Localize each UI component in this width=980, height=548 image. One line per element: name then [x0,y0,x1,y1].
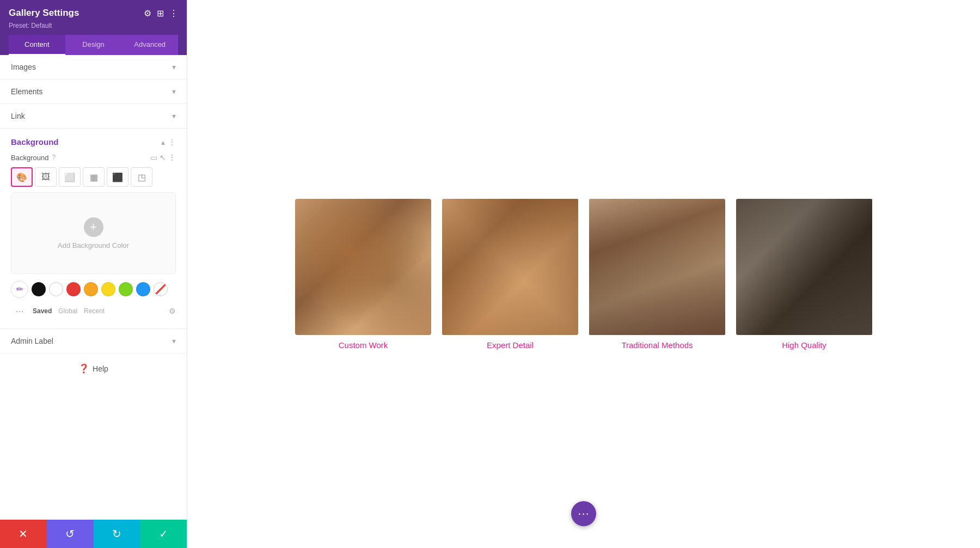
gallery-label-traditional-methods: Traditional Methods [621,340,693,350]
add-color-icon: + [84,217,103,237]
eyedropper-icon: ✏ [16,284,23,294]
cancel-button[interactable]: ✕ [0,520,47,548]
video-icon: ⬛ [112,172,123,182]
link-label: Link [11,112,25,120]
image-icon: 🖼 [41,172,50,182]
color-fill-icon: 🎨 [16,172,27,182]
bg-type-buttons: 🎨 🖼 ⬜ ▦ ⬛ ◳ [11,167,176,187]
link-section[interactable]: Link ▾ [0,104,187,129]
redo-icon: ↻ [112,527,121,540]
preset-row: Preset: Default [9,22,178,29]
swatch-transparent[interactable] [154,282,168,296]
elements-section[interactable]: Elements ▾ [0,80,187,104]
background-section-controls: ▴ ⋮ [161,138,176,147]
swatch-blue[interactable] [136,282,150,296]
background-collapse-icon[interactable]: ▴ [161,138,165,147]
help-row[interactable]: ❓ Help [0,354,187,383]
save-icon: ✓ [159,527,168,540]
gallery-item-traditional-methods[interactable]: Traditional Methods [589,199,725,350]
bg-type-video[interactable]: ⬛ [107,167,128,187]
help-circle-icon: ❓ [78,363,89,374]
color-tab-global[interactable]: Global [58,307,77,315]
gradient-icon: ⬜ [64,172,75,182]
gallery-area: Custom Work Expert Detail Traditional Me… [187,0,980,548]
bg-field-label: Background [11,154,48,162]
bg-color-area[interactable]: + Add Background Color [11,192,176,274]
more-dots-icon: ··· [15,306,23,317]
help-text: Help [93,364,108,373]
images-section[interactable]: Images ▾ [0,55,187,80]
admin-label-text: Admin Label [11,337,53,345]
columns-icon[interactable]: ⊞ [157,8,164,19]
color-swatches-row: ✏ [11,281,176,298]
tab-design[interactable]: Design [65,35,122,55]
gallery-grid: Custom Work Expert Detail Traditional Me… [295,199,872,350]
background-more-icon[interactable]: ⋮ [168,138,176,147]
color-tabs: Saved Global Recent ⚙ [33,307,176,315]
bg-icons: ▭ ↖ ⋮ [150,153,176,162]
sidebar-title-row: Gallery Settings ⚙ ⊞ ⋮ [9,8,178,19]
swatch-black[interactable] [32,282,46,296]
background-section-title: Background [11,137,59,147]
gallery-image-expert-detail [442,199,578,335]
settings-icon[interactable]: ⚙ [144,8,151,19]
eyedropper-button[interactable]: ✏ [11,281,28,298]
color-bottom-row: ··· Saved Global Recent ⚙ [11,302,176,320]
cancel-icon: ✕ [19,527,28,540]
gallery-item-expert-detail[interactable]: Expert Detail [442,199,578,350]
bg-mobile-icon[interactable]: ▭ [150,153,157,162]
images-chevron-icon: ▾ [172,63,176,71]
bg-type-pattern[interactable]: ▦ [83,167,105,187]
save-button[interactable]: ✓ [140,520,187,548]
tab-advanced[interactable]: Advanced [121,35,178,55]
main-content: Custom Work Expert Detail Traditional Me… [187,0,980,548]
sidebar-header-icons: ⚙ ⊞ ⋮ [144,8,178,19]
more-colors-button[interactable]: ··· [11,302,28,320]
swatch-red[interactable] [66,282,81,296]
bg-type-image[interactable]: 🖼 [35,167,57,187]
background-section-header: Background ▴ ⋮ [11,137,176,147]
bg-type-extra[interactable]: ◳ [131,167,152,187]
gallery-label-custom-work: Custom Work [339,340,388,350]
admin-label-section[interactable]: Admin Label ▾ [0,329,187,354]
undo-button[interactable]: ↺ [47,520,94,548]
color-settings-gear-icon[interactable]: ⚙ [169,307,176,315]
sidebar-bottom-toolbar: ✕ ↺ ↻ ✓ [0,520,187,548]
gallery-label-high-quality: High Quality [782,340,826,350]
color-tab-saved[interactable]: Saved [33,307,52,315]
link-chevron-icon: ▾ [172,112,176,120]
background-section: Background ▴ ⋮ Background ? ▭ ↖ ⋮ � [0,129,187,329]
bg-label-row: Background ? ▭ ↖ ⋮ [11,153,176,162]
sidebar-tabs: Content Design Advanced [9,35,178,55]
swatch-yellow[interactable] [101,282,115,296]
add-color-text: Add Background Color [58,241,129,249]
gallery-item-custom-work[interactable]: Custom Work [295,199,431,350]
gallery-image-high-quality [736,199,872,335]
elements-chevron-icon: ▾ [172,87,176,96]
swatch-green[interactable] [119,282,133,296]
elements-label: Elements [11,87,42,96]
gallery-label-expert-detail: Expert Detail [487,340,534,350]
floating-more-icon: ··· [578,507,589,521]
bg-overflow-icon[interactable]: ⋮ [168,153,176,162]
gallery-image-traditional-methods [589,199,725,335]
preset-label: Preset: Default [9,22,52,29]
gallery-item-high-quality[interactable]: High Quality [736,199,872,350]
bg-help-icon[interactable]: ? [52,154,56,161]
redo-button[interactable]: ↻ [94,520,140,548]
color-tab-recent[interactable]: Recent [84,307,105,315]
undo-icon: ↺ [65,527,75,540]
swatch-white[interactable] [49,282,63,296]
bg-type-gradient[interactable]: ⬜ [59,167,81,187]
bg-type-color[interactable]: 🎨 [11,167,33,187]
bg-cursor-icon[interactable]: ↖ [160,153,166,162]
admin-label-chevron-icon: ▾ [172,337,176,345]
images-label: Images [11,63,36,71]
swatch-orange[interactable] [84,282,98,296]
more-options-icon[interactable]: ⋮ [169,8,178,19]
sidebar-header: Gallery Settings ⚙ ⊞ ⋮ Preset: Default C… [0,0,187,55]
sidebar: Gallery Settings ⚙ ⊞ ⋮ Preset: Default C… [0,0,187,548]
floating-more-button[interactable]: ··· [571,501,596,526]
tab-content[interactable]: Content [9,35,65,55]
gallery-image-custom-work [295,199,431,335]
